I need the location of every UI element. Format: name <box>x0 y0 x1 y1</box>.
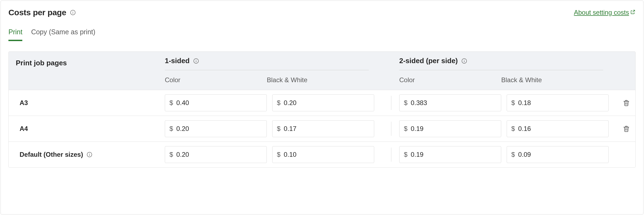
one-sided-color-input[interactable]: $ <box>165 146 267 163</box>
divider <box>383 146 399 163</box>
table-row: A4$$$$ <box>9 116 635 142</box>
header-2sided-col: 2-sided (per side) Color Black & White <box>399 57 617 84</box>
one-sided-bw-input-field[interactable] <box>284 125 370 133</box>
divider <box>383 94 399 111</box>
svg-point-8 <box>464 60 465 60</box>
row-label: A3 <box>9 99 165 107</box>
sub-header-color: Color <box>165 76 267 84</box>
one-sided-bw-input[interactable]: $ <box>272 120 374 137</box>
group-2sided-label: 2-sided (per side) <box>399 57 458 65</box>
one-sided-pair: $$ <box>165 146 374 163</box>
sub-header-bw: Black & White <box>267 76 369 84</box>
row-actions <box>617 125 635 133</box>
row-actions <box>617 99 635 107</box>
trash-icon[interactable] <box>623 125 630 133</box>
one-sided-color-input-field[interactable] <box>176 151 262 158</box>
table-row: A3$$$$ <box>9 90 635 116</box>
currency-symbol: $ <box>169 151 173 158</box>
tab-copy[interactable]: Copy (Same as print) <box>31 28 95 41</box>
info-icon[interactable] <box>193 58 199 64</box>
tab-print[interactable]: Print <box>8 28 22 41</box>
sub-headers-1sided: Color Black & White <box>165 76 369 84</box>
tabs: Print Copy (Same as print) <box>8 28 636 41</box>
two-sided-color-input[interactable]: $ <box>399 94 501 111</box>
sub-header-color: Color <box>399 76 501 84</box>
currency-symbol: $ <box>277 99 280 107</box>
two-sided-color-input[interactable]: $ <box>399 120 501 137</box>
currency-symbol: $ <box>404 99 407 107</box>
row-label: A4 <box>9 125 165 133</box>
row-label-text: A4 <box>20 125 28 133</box>
table-body: A3$$$$A4$$$$Default (Other sizes)$$$$ <box>9 90 635 167</box>
header-pages-col: Print job pages <box>9 57 165 84</box>
costs-table: Print job pages 1-sided Color Black & Wh… <box>8 51 636 168</box>
one-sided-color-input-field[interactable] <box>176 125 262 133</box>
currency-symbol: $ <box>511 125 515 133</box>
two-sided-pair: $$ <box>399 120 609 137</box>
about-link-label: About setting costs <box>574 9 629 16</box>
header-row: Costs per page About setting costs <box>8 8 636 17</box>
two-sided-pair: $$ <box>399 146 609 163</box>
one-sided-bw-input-field[interactable] <box>284 99 370 107</box>
two-sided-color-input-field[interactable] <box>411 99 497 107</box>
one-sided-bw-input[interactable]: $ <box>272 146 374 163</box>
costs-panel: Costs per page About setting costs Pri <box>1 1 643 214</box>
one-sided-pair: $$ <box>165 94 374 111</box>
one-sided-color-input[interactable]: $ <box>165 120 267 137</box>
table-header: Print job pages 1-sided Color Black & Wh… <box>9 52 635 90</box>
trash-icon[interactable] <box>623 99 630 107</box>
group-1sided-label: 1-sided <box>165 57 190 65</box>
svg-point-2 <box>73 11 73 12</box>
about-setting-costs-link[interactable]: About setting costs <box>574 9 636 16</box>
two-sided-bw-input[interactable]: $ <box>507 120 609 137</box>
currency-symbol: $ <box>169 125 173 133</box>
two-sided-pair: $$ <box>399 94 609 111</box>
one-sided-bw-input[interactable]: $ <box>272 94 374 111</box>
info-icon[interactable] <box>86 151 93 158</box>
svg-point-5 <box>196 60 196 60</box>
currency-symbol: $ <box>511 151 515 158</box>
two-sided-color-input-field[interactable] <box>411 151 497 158</box>
sub-header-bw: Black & White <box>501 76 603 84</box>
info-icon[interactable] <box>461 58 467 64</box>
group-header-1sided: 1-sided <box>165 57 369 70</box>
one-sided-color-input[interactable]: $ <box>165 94 267 111</box>
svg-point-15 <box>89 153 90 154</box>
info-icon[interactable] <box>70 9 76 16</box>
two-sided-color-input[interactable]: $ <box>399 146 501 163</box>
row-label-text: A3 <box>20 99 28 107</box>
two-sided-bw-input-field[interactable] <box>518 151 604 158</box>
header-1sided-col: 1-sided Color Black & White <box>165 57 383 84</box>
currency-symbol: $ <box>277 125 280 133</box>
pages-header-label: Print job pages <box>16 57 165 67</box>
table-row: Default (Other sizes)$$$$ <box>9 142 635 167</box>
group-header-2sided: 2-sided (per side) <box>399 57 603 70</box>
one-sided-color-input-field[interactable] <box>176 99 262 107</box>
two-sided-bw-input[interactable]: $ <box>507 94 609 111</box>
row-label-text: Default (Other sizes) <box>20 151 83 158</box>
currency-symbol: $ <box>277 151 280 158</box>
external-link-icon <box>630 9 636 16</box>
page-title: Costs per page <box>8 8 66 17</box>
two-sided-color-input-field[interactable] <box>411 125 497 133</box>
two-sided-bw-input-field[interactable] <box>518 125 604 133</box>
currency-symbol: $ <box>169 99 173 107</box>
currency-symbol: $ <box>511 99 515 107</box>
two-sided-bw-input-field[interactable] <box>518 99 604 107</box>
row-label: Default (Other sizes) <box>9 151 165 158</box>
one-sided-pair: $$ <box>165 120 374 137</box>
currency-symbol: $ <box>404 125 407 133</box>
two-sided-bw-input[interactable]: $ <box>507 146 609 163</box>
currency-symbol: $ <box>404 151 407 158</box>
one-sided-bw-input-field[interactable] <box>284 151 370 158</box>
divider <box>383 120 399 137</box>
header-left: Costs per page <box>8 8 76 17</box>
sub-headers-2sided: Color Black & White <box>399 76 603 84</box>
